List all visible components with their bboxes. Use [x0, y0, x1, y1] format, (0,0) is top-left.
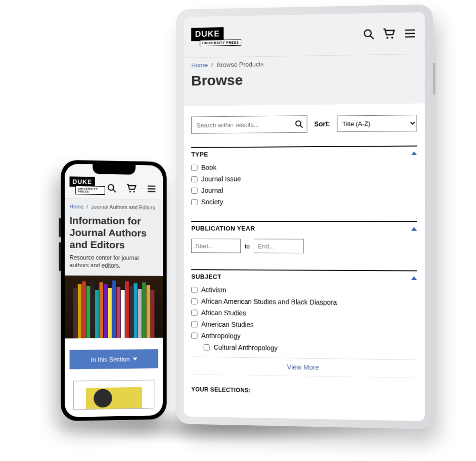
checkbox-label: Cultural Anthropology: [214, 343, 278, 352]
spacer: [65, 338, 163, 350]
tablet-screen: DUKE UNIVERSITY PRESS Home / Browse Prod…: [184, 12, 425, 421]
search-sort-row: Sort: Title (A-Z): [191, 114, 417, 134]
facet-heading: TYPE: [191, 151, 208, 158]
tablet-device: DUKE UNIVERSITY PRESS Home / Browse Prod…: [176, 4, 433, 429]
phone-screen: DUKE UNIVERSITY PRESS Home / Journal Aut…: [65, 164, 163, 417]
breadcrumb-current: Journal Authors and Editors: [91, 204, 155, 210]
year-range-row: to: [191, 236, 417, 257]
search-within-icon[interactable]: [295, 120, 303, 128]
facet-subject: SUBJECT Activism African American Studie…: [191, 269, 417, 378]
svg-point-0: [364, 30, 371, 37]
menu-icon[interactable]: [403, 26, 417, 40]
sort-select[interactable]: Title (A-Z): [337, 115, 417, 132]
checkbox-label: African Studies: [201, 309, 246, 317]
brand-logo-bottom: UNIVERSITY PRESS: [75, 186, 105, 195]
checkbox-label: Activism: [201, 286, 226, 293]
page-subtitle: Resource center for journal authors and …: [65, 253, 163, 276]
checkbox-label: Journal: [201, 187, 223, 194]
checkbox-label: Society: [201, 198, 223, 206]
collapse-icon: [411, 227, 417, 230]
collapse-icon: [411, 151, 417, 155]
checkbox-label: Book: [201, 164, 217, 171]
subject-option[interactable]: Activism: [191, 284, 417, 297]
svg-point-12: [133, 191, 135, 192]
checkbox[interactable]: [191, 164, 198, 170]
section-button-label: In this Section: [91, 355, 130, 363]
year-start-input[interactable]: [191, 239, 241, 253]
chevron-down-icon: [133, 358, 138, 361]
checkbox-label: Journal Issue: [201, 175, 241, 182]
checkbox[interactable]: [191, 310, 198, 316]
breadcrumb-current: Browse Products: [217, 60, 264, 69]
tablet-topbar: DUKE UNIVERSITY PRESS: [184, 12, 425, 58]
checkbox[interactable]: [191, 332, 198, 339]
checkbox[interactable]: [191, 321, 198, 327]
facet-heading: SUBJECT: [191, 273, 221, 280]
svg-point-9: [108, 185, 114, 190]
svg-line-10: [113, 190, 116, 192]
search-icon[interactable]: [105, 181, 119, 195]
facet-type-header[interactable]: TYPE: [191, 146, 417, 162]
facet-publication-year: PUBLICATION YEAR to: [191, 221, 417, 257]
topbar-icons: [362, 26, 417, 41]
brand-logo[interactable]: DUKE UNIVERSITY PRESS: [69, 176, 105, 195]
cart-icon[interactable]: [125, 182, 139, 196]
brand-logo-top: DUKE: [191, 27, 224, 41]
type-option[interactable]: Journal Issue: [191, 172, 417, 185]
search-icon[interactable]: [362, 27, 376, 41]
svg-line-8: [300, 125, 303, 128]
breadcrumb-home-link[interactable]: Home: [69, 203, 84, 210]
facet-heading: PUBLICATION YEAR: [191, 225, 255, 232]
sort-label: Sort:: [314, 120, 330, 128]
brand-logo-bottom: UNIVERSITY PRESS: [200, 40, 241, 47]
page-title: Information for Journal Authors and Edit…: [69, 214, 158, 251]
svg-point-3: [391, 37, 393, 39]
your-selections-heading: YOUR SELECTIONS:: [191, 386, 417, 397]
page-title: Browse: [184, 67, 425, 106]
year-end-input[interactable]: [254, 239, 304, 253]
svg-line-1: [370, 35, 374, 39]
svg-point-11: [129, 191, 131, 192]
menu-icon[interactable]: [145, 182, 159, 195]
tablet-body: Sort: Title (A-Z) TYPE Book Journal Issu…: [184, 103, 425, 421]
checkbox[interactable]: [191, 287, 198, 293]
topbar-icons: [105, 181, 158, 196]
checkbox-label: Anthropology: [201, 332, 241, 340]
phone-title-wrap: Information for Journal Authors and Edit…: [65, 212, 163, 254]
checkbox[interactable]: [191, 187, 198, 193]
facet-year-header[interactable]: PUBLICATION YEAR: [191, 221, 417, 236]
checkbox[interactable]: [191, 199, 198, 205]
card-image: [86, 387, 142, 409]
checkbox[interactable]: [191, 176, 198, 182]
phone-breadcrumb: Home / Journal Authors and Editors: [65, 199, 163, 213]
search-within-box: [191, 115, 307, 133]
type-option[interactable]: Book: [191, 160, 417, 173]
type-option[interactable]: Journal: [191, 184, 417, 196]
in-this-section-button[interactable]: In this Section: [69, 349, 158, 369]
cart-icon[interactable]: [383, 27, 397, 40]
brand-logo[interactable]: DUKE UNIVERSITY PRESS: [191, 27, 241, 46]
search-within-input[interactable]: [191, 115, 307, 133]
breadcrumb-separator: /: [211, 61, 213, 69]
collapse-icon: [411, 276, 417, 280]
content-card[interactable]: [73, 380, 154, 410]
checkbox-label: African American Studies and Black Diasp…: [201, 297, 337, 306]
view-more-link[interactable]: View More: [191, 357, 417, 377]
phone-notch: [93, 164, 136, 175]
checkbox[interactable]: [204, 344, 210, 350]
breadcrumb-separator: /: [87, 204, 88, 210]
year-to-label: to: [245, 242, 250, 250]
facet-type: TYPE Book Journal Issue Journal Society: [191, 146, 417, 208]
subject-suboption[interactable]: Cultural Anthropology: [191, 341, 417, 355]
facet-footer: View More: [191, 356, 417, 378]
phone-device: DUKE UNIVERSITY PRESS Home / Journal Aut…: [61, 160, 167, 421]
checkbox-label: American Studies: [201, 321, 254, 329]
breadcrumb-home-link[interactable]: Home: [191, 61, 208, 69]
facet-subject-header[interactable]: SUBJECT: [191, 269, 417, 285]
books-hero-image: [65, 276, 163, 339]
svg-point-7: [296, 121, 301, 126]
checkbox[interactable]: [191, 298, 198, 304]
type-option[interactable]: Society: [191, 196, 417, 208]
svg-point-2: [387, 37, 388, 39]
